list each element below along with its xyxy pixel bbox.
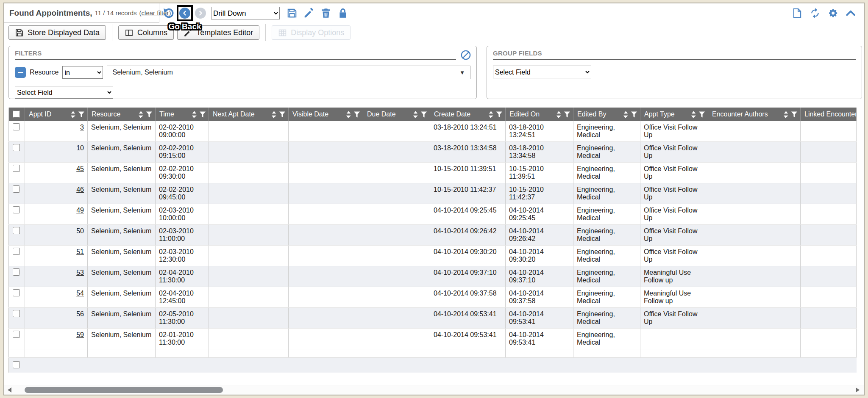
sort-icon[interactable] [70,111,76,119]
footer-row [9,358,857,373]
appt-id-link[interactable]: 49 [76,207,84,214]
cell-encounter_authors [708,121,801,142]
column-header-create_date[interactable]: Create Date [430,108,506,121]
cell-create_date: 04-10-2014 09:26:42 [430,225,506,246]
column-filter-icon[interactable] [199,111,206,118]
column-filter-icon[interactable] [631,111,637,118]
cell-edited_on: 04-10-2014 09:25:45 [506,204,573,225]
column-filter-icon[interactable] [791,111,798,118]
scroll-right-arrow[interactable] [856,387,860,392]
collapse-icon[interactable] [845,8,856,19]
column-header-due_date[interactable]: Due Date [363,108,430,121]
column-header-encounter_authors[interactable]: Encounter Authors [708,108,801,121]
lock-view-icon[interactable] [337,8,348,19]
cell-encounter_authors [708,204,801,225]
sort-icon[interactable] [691,111,696,119]
column-filter-icon[interactable] [78,111,85,118]
row-checkbox[interactable] [13,144,20,151]
column-filter-icon[interactable] [496,111,503,118]
delete-view-icon[interactable] [320,8,331,19]
sort-icon[interactable] [271,111,277,119]
column-header-linked_encounters[interactable]: Linked Encounters [801,108,857,121]
store-displayed-data-button[interactable]: Store Displayed Data [8,25,106,40]
column-header-time[interactable]: Time [156,108,209,121]
appt-id-link[interactable]: 56 [76,310,84,318]
row-select-cell [9,329,25,349]
appt-id-link[interactable]: 59 [76,331,84,338]
undo-icon[interactable] [163,7,175,19]
column-header-visible_date[interactable]: Visible Date [289,108,363,121]
clear-filters-icon[interactable] [460,50,471,61]
refresh-icon[interactable] [810,8,821,19]
row-checkbox[interactable] [13,227,20,234]
appt-id-link[interactable]: 54 [76,290,84,297]
column-header-appt_type[interactable]: Appt Type [640,108,708,121]
group-field-select[interactable]: Select Field [493,66,591,78]
go-back-button[interactable] [179,8,190,19]
settings-gear-icon[interactable] [827,8,838,19]
row-checkbox[interactable] [13,310,20,317]
appt-id-link[interactable]: 46 [76,186,84,193]
add-filter-field-select[interactable]: Select Field [15,86,113,99]
row-checkbox[interactable] [13,248,20,255]
column-filter-icon[interactable] [698,111,705,118]
sort-icon[interactable] [488,111,494,119]
row-checkbox[interactable] [13,289,20,296]
column-filter-icon[interactable] [353,111,360,118]
sort-icon[interactable] [138,111,144,119]
column-header-resource[interactable]: Resource [88,108,156,121]
display-options-button[interactable]: Display Options [272,25,351,40]
new-document-icon[interactable] [792,8,803,19]
appt-id-link[interactable]: 45 [76,165,84,172]
appt-id-link[interactable]: 51 [76,248,84,255]
appt-id-link[interactable]: 10 [76,144,84,152]
columns-button[interactable]: Columns [118,25,174,40]
table-row: 56Selenium, Selenium02-05-2010 11:30:000… [9,308,857,329]
row-checkbox[interactable] [13,165,20,172]
cell-appt_type: Meaningful Use Follow up [640,266,708,287]
appt-id-link[interactable]: 3 [80,124,84,131]
appt-id-link[interactable]: 53 [76,269,84,276]
footer-row-checkbox[interactable] [13,361,20,368]
sort-icon[interactable] [623,111,629,119]
column-filter-icon[interactable] [279,111,286,118]
row-checkbox[interactable] [13,185,20,193]
go-forward-button[interactable] [195,8,206,19]
remove-filter-button[interactable] [15,67,26,78]
select-all-checkbox[interactable] [13,111,20,118]
table-row: 59Selenium, Selenium02-01-2010 11:30:000… [9,329,857,349]
row-checkbox[interactable] [13,331,20,338]
row-checkbox[interactable] [13,123,20,130]
column-header-edited_on[interactable]: Edited On [506,108,573,121]
appt-id-link[interactable]: 50 [76,227,84,235]
column-header-appt_id[interactable]: Appt ID [25,108,88,121]
cell-linked_encounters [801,121,857,142]
scroll-left-arrow[interactable] [8,387,11,392]
cell-encounter_authors [708,287,801,308]
scrollbar-thumb[interactable] [25,387,223,393]
table-row: 53Selenium, Selenium02-04-2010 11:30:000… [9,266,857,287]
cell-resource: Selenium, Selenium [88,329,156,349]
view-mode-select[interactable]: Drill Down [211,7,280,19]
column-filter-icon[interactable] [146,111,153,118]
column-label: Appt Type [644,111,675,118]
sort-icon[interactable] [346,111,351,119]
row-select-cell [9,163,25,183]
filter-value-combo[interactable]: Selenium, Selenium ▼ [107,66,470,79]
column-header-edited_by[interactable]: Edited By [573,108,640,121]
save-view-icon[interactable] [287,8,298,19]
column-header-next_apt_date[interactable]: Next Apt Date [209,108,289,121]
sort-icon[interactable] [413,111,418,119]
row-checkbox[interactable] [13,268,20,276]
sort-icon[interactable] [783,111,789,119]
cell-appt_id: 56 [25,308,88,329]
column-filter-icon[interactable] [420,111,427,118]
cell-appt_id: 51 [25,246,88,266]
sort-icon[interactable] [556,111,562,119]
edit-view-icon[interactable] [303,8,314,19]
filter-operator-select[interactable]: in [62,66,103,79]
row-checkbox[interactable] [13,206,20,213]
sort-icon[interactable] [192,111,197,119]
column-filter-icon[interactable] [564,111,570,118]
filter-row-resource: Resource in Selenium, Selenium ▼ [15,66,470,79]
